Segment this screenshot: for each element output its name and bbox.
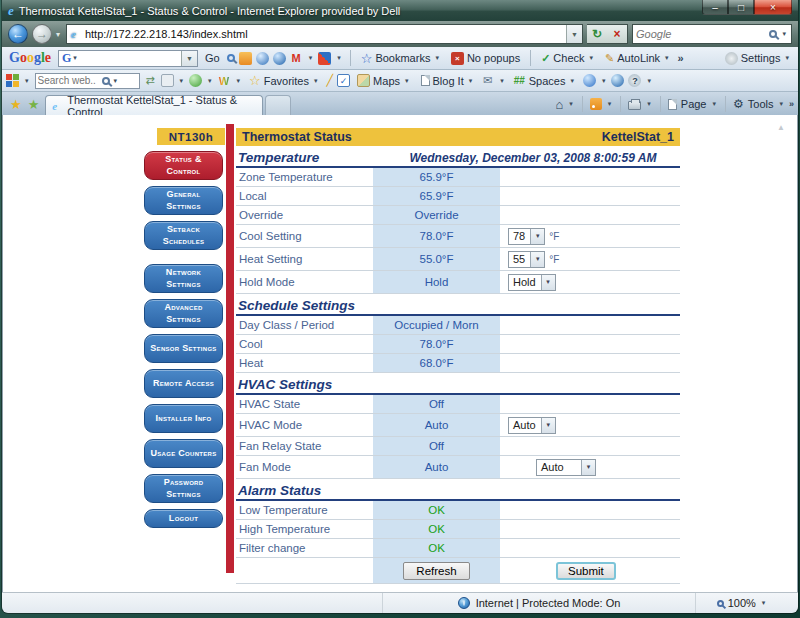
- feed-dropdown-icon[interactable]: ▾: [608, 100, 612, 108]
- tools-dropdown-icon[interactable]: ▾: [779, 100, 783, 108]
- spaces-button[interactable]: ##Spaces▾: [510, 73, 579, 88]
- zoom-dropdown-icon[interactable]: ▾: [762, 599, 766, 607]
- scrollbar-up-icon[interactable]: ▲: [777, 123, 785, 132]
- sidebar-item-network-settings[interactable]: Network Settings: [144, 264, 223, 293]
- refresh-icon[interactable]: ↻: [587, 25, 607, 43]
- gmail-icon[interactable]: M: [290, 52, 303, 65]
- fan-mode-select[interactable]: Auto▾: [536, 459, 596, 476]
- sidebar-item-remote-access[interactable]: Remote Access: [144, 369, 223, 398]
- sidebar-item-status-control[interactable]: Status & Control: [144, 151, 223, 180]
- live-search-dropdown-icon[interactable]: ▾: [114, 77, 118, 85]
- google-go-button[interactable]: Go: [202, 51, 223, 65]
- globe-icon[interactable]: [611, 74, 624, 87]
- highlighter-icon[interactable]: ╱: [326, 74, 333, 87]
- share-arrows-icon[interactable]: ⇄: [144, 74, 157, 87]
- sidebar-item-password-settings[interactable]: Password Settings: [144, 474, 223, 503]
- favorites-center-icon[interactable]: ★: [10, 97, 22, 112]
- search-input[interactable]: [636, 28, 766, 40]
- maps-button[interactable]: Maps▾: [354, 73, 413, 88]
- url-dropdown-button[interactable]: ▼: [566, 25, 582, 43]
- stop-icon[interactable]: ×: [607, 25, 627, 43]
- add-favorite-icon[interactable]: ★: [28, 97, 40, 112]
- sidebar-item-general-settings[interactable]: General Settings: [144, 186, 223, 215]
- rss-feed-icon[interactable]: [590, 98, 602, 110]
- new-tab-stub[interactable]: [265, 95, 291, 115]
- contacts-icon[interactable]: [583, 74, 596, 87]
- messenger-status-dropdown-icon[interactable]: ▾: [208, 77, 212, 85]
- help-dropdown-icon[interactable]: ▾: [647, 77, 651, 85]
- help-icon[interactable]: ?: [628, 74, 641, 87]
- table-row: Refresh Submit: [236, 558, 680, 584]
- live-search-field[interactable]: ▾: [35, 73, 140, 89]
- sidebar-item-setback-schedules[interactable]: Setback Schedules: [144, 221, 223, 250]
- url-field[interactable]: e ▼: [66, 24, 583, 44]
- pagerank-dropdown-icon[interactable]: ▾: [337, 54, 341, 62]
- cool-setting-select[interactable]: 78▾: [508, 228, 545, 245]
- google-search-field[interactable]: G ▾ ▼: [58, 50, 198, 67]
- heat-setting-select[interactable]: 55▾: [508, 251, 545, 268]
- home-dropdown-icon[interactable]: ▾: [569, 100, 573, 108]
- page-dropdown-icon[interactable]: ▾: [713, 100, 717, 108]
- live-search-input[interactable]: [38, 75, 100, 86]
- contacts-dropdown-icon[interactable]: ▾: [602, 77, 606, 85]
- search-dropdown-icon[interactable]: ▾: [782, 30, 786, 38]
- live-w-dropdown-icon[interactable]: ▾: [237, 77, 241, 85]
- mail-dropdown-icon[interactable]: ▾: [500, 77, 504, 85]
- favorites-button[interactable]: ☆Favorites▾: [246, 72, 322, 89]
- pagerank-icon[interactable]: [318, 52, 331, 65]
- refresh-button[interactable]: Refresh: [403, 562, 469, 580]
- live-search-icon[interactable]: [102, 77, 110, 85]
- globe-button-icon[interactable]: [273, 52, 286, 65]
- google-search-site-icon[interactable]: [227, 54, 235, 62]
- history-dropdown-icon[interactable]: ▾: [56, 30, 60, 39]
- search-box[interactable]: ▾: [632, 24, 792, 44]
- popup-blocker-icon[interactable]: [256, 52, 269, 65]
- google-search-dropdown[interactable]: ▼: [181, 51, 197, 66]
- print-dropdown-icon[interactable]: ▾: [647, 100, 651, 108]
- messenger-status-icon[interactable]: [189, 74, 202, 87]
- search-icon[interactable]: [769, 30, 777, 38]
- google-g-dropdown-icon[interactable]: ▾: [73, 54, 77, 62]
- mail-icon[interactable]: ✉: [481, 74, 494, 87]
- live-w-icon[interactable]: W: [218, 74, 231, 87]
- sidebar-item-sensor-settings[interactable]: Sensor Settings: [144, 334, 223, 363]
- photos-icon[interactable]: [239, 52, 252, 65]
- back-button[interactable]: ←: [8, 24, 28, 44]
- sidebar-item-installer-info[interactable]: Installer Info: [144, 404, 223, 433]
- tools-menu-button[interactable]: Tools: [748, 98, 774, 110]
- resize-grip[interactable]: [788, 593, 798, 613]
- no-popups-button[interactable]: ×No popups: [448, 51, 523, 66]
- live-logo-dropdown-icon[interactable]: ▾: [25, 77, 29, 85]
- live-logo-icon[interactable]: [6, 74, 19, 87]
- bookmarks-button[interactable]: ☆Bookmarks▾: [358, 50, 444, 67]
- sidebar-item-advanced-settings[interactable]: Advanced Settings: [144, 299, 223, 328]
- zoom-control[interactable]: 100% ▾: [696, 597, 788, 609]
- form-fill-dropdown-icon[interactable]: ▾: [180, 77, 184, 85]
- maximize-button[interactable]: □: [728, 0, 754, 15]
- hvac-mode-select[interactable]: Auto▾: [508, 417, 556, 434]
- commandbar-overflow-icon[interactable]: »: [789, 99, 794, 109]
- autolink-button[interactable]: ✎AutoLink▾: [602, 51, 674, 66]
- sidebar-item-logout[interactable]: Logout: [144, 509, 223, 528]
- url-input[interactable]: [85, 28, 562, 40]
- hold-mode-select[interactable]: Hold▾: [508, 274, 556, 291]
- spaces-icon: ##: [513, 74, 526, 87]
- gmail-dropdown-icon[interactable]: ▾: [309, 54, 313, 62]
- form-fill-icon[interactable]: [161, 74, 174, 87]
- spellcheck-button[interactable]: ✓Check▾: [538, 51, 598, 66]
- forward-button[interactable]: →: [32, 24, 52, 44]
- sidebar-item-usage-counters[interactable]: Usage Counters: [144, 439, 223, 468]
- checkbox-icon[interactable]: ✓: [337, 74, 350, 87]
- blogit-button[interactable]: Blog It▾: [418, 74, 478, 88]
- page-menu-button[interactable]: Page: [681, 98, 707, 110]
- close-button[interactable]: ×: [754, 0, 792, 15]
- tab-active[interactable]: e Thermostat KettelStat_1 - Status & Con…: [45, 95, 263, 115]
- google-settings-button[interactable]: Settings▾: [722, 51, 794, 66]
- toolbar-overflow-icon[interactable]: »: [678, 52, 684, 64]
- home-icon[interactable]: ⌂: [555, 97, 563, 112]
- table-row: HVAC Mode Auto Auto▾: [236, 414, 680, 437]
- minimize-button[interactable]: –: [702, 0, 728, 15]
- print-icon[interactable]: [628, 101, 641, 110]
- submit-button[interactable]: Submit: [556, 562, 616, 580]
- table-row: Zone Temperature 65.9°F: [236, 168, 680, 187]
